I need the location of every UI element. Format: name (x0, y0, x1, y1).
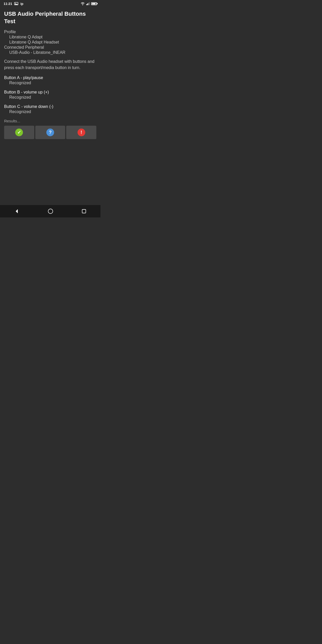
status-right (80, 2, 97, 5)
connected-peripheral-section: Connected Peripheral USB-Audio - Librato… (4, 45, 96, 55)
button-c-status: Recognized (9, 109, 96, 114)
back-button[interactable] (12, 206, 22, 216)
main-content: USB Audio Peripheral Buttons Test Profil… (0, 7, 100, 205)
svg-point-7 (48, 209, 53, 214)
wifi-icon (80, 2, 85, 5)
button-a-section: Button A - play/pause Recognized (4, 75, 96, 85)
home-button[interactable] (45, 206, 56, 217)
image-icon (14, 2, 18, 5)
profile-item-2: Libratone Q Adapt Headset (9, 40, 96, 45)
recents-icon (82, 209, 86, 214)
page-title: USB Audio Peripheral Buttons Test (4, 10, 96, 25)
instructions-text: Connect the USB Audio headset with butto… (4, 58, 96, 71)
button-c-section: Button C - volume down (-) Recognized (4, 104, 96, 114)
nav-bar (0, 205, 100, 217)
svg-rect-2 (86, 4, 87, 5)
button-c-label: Button C - volume down (-) (4, 104, 96, 109)
pass-icon: ✓ (15, 129, 23, 136)
button-b-status: Recognized (9, 95, 96, 100)
button-a-status: Recognized (9, 81, 96, 85)
status-time: 11:21 (4, 2, 12, 6)
connected-peripheral-value: USB-Audio - Libratone_INEAR (9, 50, 96, 55)
profile-item-1: Libratone Q Adapt (9, 35, 96, 39)
svg-rect-8 (82, 209, 86, 213)
info-button[interactable]: ? (35, 126, 65, 139)
info-icon: ? (46, 129, 54, 136)
status-bar: 11:21 ip (0, 0, 100, 7)
back-icon (14, 209, 19, 214)
ip-label: ip (20, 2, 23, 6)
status-left: 11:21 ip (4, 2, 23, 6)
fail-icon: ! (78, 129, 85, 136)
connected-peripheral-label: Connected Peripheral (4, 45, 96, 50)
home-icon (48, 208, 53, 214)
battery-icon (91, 2, 97, 5)
svg-rect-5 (89, 2, 90, 5)
profile-label: Profile (4, 30, 96, 34)
button-a-label: Button A - play/pause (4, 75, 96, 80)
profile-section: Profile Libratone Q Adapt Libratone Q Ad… (4, 30, 96, 45)
svg-marker-6 (16, 209, 18, 213)
fail-button[interactable]: ! (66, 126, 96, 139)
svg-rect-4 (88, 3, 89, 5)
button-b-section: Button B - volume up (+) Recognized (4, 90, 96, 100)
pass-button[interactable]: ✓ (4, 126, 34, 139)
results-label: Results... (4, 119, 96, 123)
recents-button[interactable] (79, 206, 89, 216)
svg-rect-3 (87, 3, 88, 5)
button-b-label: Button B - volume up (+) (4, 90, 96, 95)
action-buttons-row: ✓ ? ! (4, 126, 96, 139)
svg-point-1 (15, 3, 16, 4)
signal-icon (86, 2, 90, 5)
